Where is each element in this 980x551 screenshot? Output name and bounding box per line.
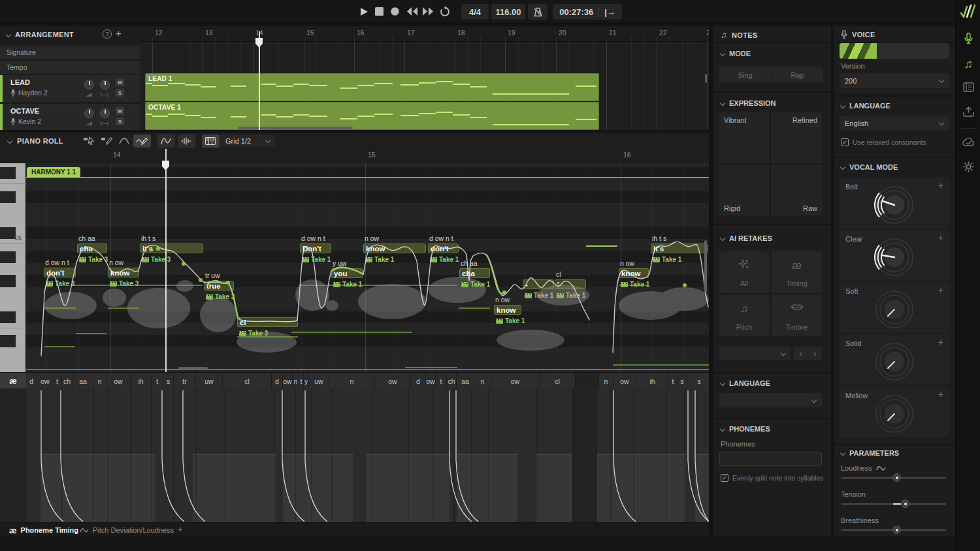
phoneme-cell[interactable]: t [54,373,61,389]
notes-tab-icon[interactable]: ♫ [956,57,980,71]
track-singer[interactable]: Hayden 2 [10,89,48,97]
take-badge[interactable]: Take 1 [333,281,362,288]
phoneme-cell[interactable]: t [669,373,678,389]
settings-gear-icon[interactable] [956,161,980,172]
take-badge[interactable]: Take 1 [302,256,331,263]
track-octave[interactable]: OCTAVE Kevin 2 M S [0,104,140,130]
tension-slider[interactable] [841,499,946,508]
show-pitch-toggle[interactable] [157,134,175,148]
phoneme-cell[interactable]: s [163,373,174,389]
phoneme-cell[interactable]: t [152,373,163,389]
slider-thumb[interactable] [892,473,901,482]
phoneme-cell[interactable]: ih [636,373,669,389]
take-badge[interactable]: Take 1 [653,256,681,263]
take-badge[interactable]: Take 1 [496,317,525,324]
phoneme-cell[interactable]: n [599,373,613,389]
take-badge[interactable]: Take 3 [206,293,235,300]
voice-tab-icon[interactable] [956,33,980,44]
note[interactable]: ch aa cha Take 3 [77,244,107,253]
show-keyboard-toggle[interactable] [202,134,220,148]
note[interactable]: ih t s it's Take 1 [651,244,708,253]
mode-rap-button[interactable]: Rap [772,67,823,82]
take-prev-button[interactable]: ‹ [794,347,808,360]
phoneme-cell[interactable]: aa [457,373,474,389]
take-select-dropdown[interactable] [719,347,791,360]
phoneme-cell[interactable]: tr [174,373,196,389]
pianoroll-hscrollbar[interactable] [178,367,208,370]
xy-quadrant-vibrant[interactable]: Vibrant [719,112,770,163]
phoneme-cell[interactable]: ow [613,373,636,389]
library-icon[interactable] [956,82,980,92]
note[interactable]: n ow know Take 1 [363,244,426,253]
breathiness-slider[interactable] [841,526,946,534]
evenly-split-checkbox[interactable]: ✓ Evenly split note into syllables [721,474,825,482]
note[interactable]: d ow n t don't Take 1 [428,244,459,253]
loudness-slider[interactable] [841,473,946,482]
play-button[interactable] [359,7,369,17]
retake-timing-button[interactable]: æ Timing [772,251,822,292]
collapse-chevron-icon[interactable] [7,138,12,143]
note[interactable]: n ow know Take 3 [108,268,139,277]
pitch-pencil-tool[interactable] [133,134,151,148]
take-badge[interactable]: Take 1 [430,256,459,263]
solid-knob[interactable] [874,341,915,383]
phoneme-cell[interactable]: s [687,373,709,389]
mode-section-header[interactable]: MODE [721,50,751,57]
mute-button[interactable]: M [116,78,124,86]
phoneme-cell[interactable]: t [299,373,304,389]
black-keys[interactable] [0,163,16,372]
arrangement-info-icon[interactable]: ? [103,29,112,39]
phoneme-cell[interactable]: cl [540,373,576,389]
phoneme-cell[interactable] [576,373,599,389]
part-tab[interactable]: HARMONY 1 1 [27,167,80,177]
export-icon[interactable] [956,106,980,117]
xy-quadrant-refined[interactable]: Refined [771,112,822,163]
voice-name-field[interactable] [840,43,949,59]
parameters-section-header[interactable]: PARAMETERS [841,449,899,457]
take-badge[interactable]: Take 1 [525,292,553,299]
voice-language-dropdown[interactable]: English [840,116,949,131]
retake-timbre-button[interactable]: Timbre [772,295,822,336]
solo-button[interactable]: S [116,118,124,125]
note[interactable]: tr uw true Take 3 [204,281,234,291]
collapse-chevron-icon[interactable] [6,32,11,37]
volume-knob[interactable] [84,80,94,89]
tempo-display[interactable]: 116.00 [491,4,525,20]
mode-sing-button[interactable]: Sing [719,67,771,82]
phoneme-cell[interactable]: ih [131,373,152,389]
vocal-mode-section-header[interactable]: VOCAL MODE [841,163,898,171]
pianoroll-ruler[interactable]: 14 15 16 [26,149,709,163]
draw-note-tool[interactable] [98,134,116,148]
soft-knob[interactable] [874,289,915,330]
clip-octave-1[interactable]: OCTAVE 1 [145,102,599,130]
vocal-mode-soft[interactable]: Soft+ [840,282,949,333]
playhead-follow-icon[interactable]: |→ [599,7,615,17]
phoneme-cell[interactable]: n [329,373,375,389]
mute-button[interactable]: M [116,107,124,115]
phoneme-cell[interactable]: d [26,373,37,389]
take-badge[interactable]: Take 3 [79,256,108,263]
retake-pitch-button[interactable]: ♫ Pitch [719,295,769,336]
phoneme-cell[interactable]: n [293,373,299,389]
phoneme-cell[interactable]: uw [309,373,329,389]
arrangement-header[interactable]: ARRANGEMENT [7,31,74,39]
version-dropdown[interactable]: 200 [840,73,949,88]
phonemes-input[interactable] [719,452,822,466]
arrangement-ruler[interactable]: 12 13 14 15 16 17 18 19 20 21 22 23 [140,26,709,42]
phoneme-cell[interactable]: ow [106,373,131,389]
add-automation-button[interactable]: + [938,337,943,347]
relaxed-consonants-checkbox[interactable]: ✓ Use relaxed consonants [841,138,952,146]
tab-pitch-deviation[interactable]: Pitch Deviation/Loudness [74,523,179,537]
rewind-button[interactable] [406,7,418,16]
xy-quadrant-raw[interactable]: Raw [771,165,822,215]
vocal-mode-belt[interactable]: Belt+ [840,178,949,228]
select-tool[interactable] [80,134,98,148]
note[interactable]: ch aa cha Take 1 [459,268,490,278]
phoneme-cell[interactable]: ow [491,373,540,389]
phoneme-cell[interactable]: aa [73,373,93,389]
track-lead[interactable]: LEAD Hayden 2 M S [0,75,140,102]
curve-tool[interactable] [116,134,133,148]
phoneme-cell[interactable]: ow [375,373,411,389]
slider-thumb[interactable] [901,499,909,508]
arrangement-vscrollbar[interactable] [705,74,707,83]
